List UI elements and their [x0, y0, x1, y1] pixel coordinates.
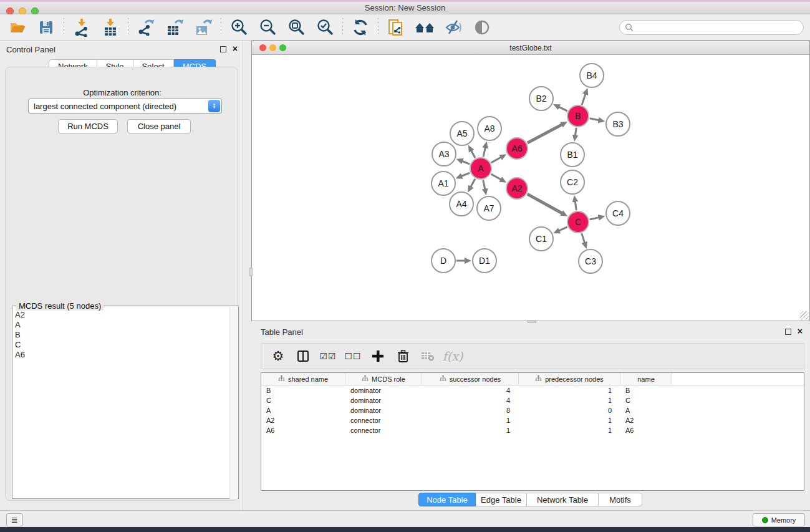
select-all-icon[interactable]: ☑☑ — [320, 348, 336, 364]
function-builder-icon[interactable]: f(x) — [445, 348, 461, 364]
graph-node-B3[interactable]: B3 — [605, 112, 630, 137]
table-row[interactable]: Cdominator41C — [261, 395, 804, 405]
column-header-MCDS-role[interactable]: MCDS role — [345, 373, 422, 385]
table-cell[interactable]: B — [620, 387, 672, 394]
graph-edge-C-C4[interactable] — [590, 218, 599, 220]
float-panel-icon[interactable] — [220, 46, 226, 52]
zoom-fit-icon[interactable] — [284, 16, 309, 39]
table-cell[interactable]: 4 — [422, 387, 519, 394]
table-row[interactable]: A6connector11A6 — [261, 425, 804, 435]
graph-edge-A-A7[interactable] — [483, 180, 485, 190]
graph-node-B[interactable]: B — [567, 105, 589, 127]
table-cell[interactable]: 1 — [519, 417, 620, 424]
table-cell[interactable]: 0 — [519, 407, 620, 414]
graph-edge-A6-B[interactable] — [528, 125, 562, 143]
maximize-view-button[interactable] — [279, 44, 286, 51]
graph-edge-C-C1[interactable] — [559, 227, 567, 231]
graph-node-A3[interactable]: A3 — [432, 142, 456, 167]
graph-node-A1[interactable]: A1 — [431, 171, 456, 196]
mcds-result-item[interactable]: A — [15, 320, 229, 330]
scrollbar-track[interactable] — [229, 307, 238, 499]
search-input[interactable] — [637, 21, 803, 34]
float-panel-icon[interactable] — [785, 329, 791, 335]
export-image-icon[interactable] — [191, 16, 216, 39]
mcds-result-item[interactable]: A6 — [15, 350, 229, 360]
graph-edge-A-A1[interactable] — [461, 173, 470, 176]
tab-edge-table[interactable]: Edge Table — [476, 493, 527, 506]
graph-edge-A-A3[interactable] — [462, 161, 470, 164]
tab-node-table[interactable]: Node Table — [418, 493, 476, 506]
open-folder-icon[interactable] — [5, 16, 30, 39]
graph-node-D1[interactable]: D1 — [472, 248, 497, 273]
close-panel-button[interactable]: Close panel — [127, 119, 191, 133]
graph-node-C2[interactable]: C2 — [560, 170, 585, 195]
graph-node-A8[interactable]: A8 — [477, 116, 502, 141]
graph-node-A7[interactable]: A7 — [476, 196, 501, 221]
graph-edge-A-A4[interactable] — [471, 179, 475, 187]
graph-edge-A-A6[interactable] — [491, 157, 501, 163]
graph-node-A4[interactable]: A4 — [449, 191, 474, 216]
network-canvas[interactable]: B4B2BB3A8A5A6A3B1AC2A1A2A4A7C4CC1C3DD1 — [252, 55, 809, 321]
table-cell[interactable]: 4 — [422, 397, 519, 404]
column-header-name[interactable]: name — [620, 373, 672, 385]
graph-node-B2[interactable]: B2 — [529, 86, 554, 111]
close-panel-icon[interactable]: × — [233, 43, 238, 54]
mcds-result-item[interactable]: A2 — [15, 310, 229, 320]
table-cell[interactable]: A2 — [620, 417, 672, 424]
table-cell[interactable]: B — [261, 387, 345, 394]
node-table[interactable]: shared nameMCDS rolesuccessor nodesprede… — [261, 372, 804, 491]
table-cell[interactable]: A6 — [620, 427, 672, 434]
graph-node-D[interactable]: D — [431, 248, 456, 273]
graph-node-A6[interactable]: A6 — [506, 137, 528, 160]
table-row[interactable]: A2connector11A2 — [261, 415, 804, 425]
graph-node-A[interactable]: A — [470, 157, 492, 180]
graph-edge-A2-C[interactable] — [528, 194, 562, 213]
graph-edge-B-B4[interactable] — [582, 94, 586, 105]
zoom-out-icon[interactable] — [255, 16, 280, 39]
graph-node-B1[interactable]: B1 — [560, 142, 585, 167]
delete-table-icon[interactable] — [420, 348, 436, 364]
run-mcds-button[interactable]: Run MCDS — [58, 119, 118, 133]
search-box[interactable] — [619, 20, 804, 35]
splitter-handle[interactable] — [249, 268, 253, 276]
memory-button[interactable]: Memory — [753, 513, 805, 526]
graph-node-C[interactable]: C — [567, 211, 589, 233]
task-history-button[interactable]: ≣ — [6, 513, 23, 526]
table-cell[interactable]: 1 — [422, 427, 519, 434]
mcds-result-item[interactable]: C — [15, 340, 229, 350]
table-cell[interactable]: 1 — [519, 387, 620, 394]
table-cell[interactable]: A6 — [261, 427, 345, 434]
column-header-predecessor-nodes[interactable]: predecessor nodes — [519, 373, 620, 385]
zoom-selected-icon[interactable] — [312, 16, 337, 39]
close-view-button[interactable] — [259, 44, 266, 51]
export-network-icon[interactable] — [133, 16, 158, 39]
close-panel-icon[interactable]: × — [798, 326, 803, 337]
graph-edge-B-B2[interactable] — [559, 107, 567, 111]
graph-node-C1[interactable]: C1 — [529, 226, 554, 251]
refresh-icon[interactable] — [348, 16, 373, 39]
table-row[interactable]: Bdominator41B — [261, 385, 804, 395]
graph-edge-C-C3[interactable] — [582, 233, 585, 243]
table-cell[interactable]: 1 — [422, 417, 519, 424]
tab-network-table[interactable]: Network Table — [527, 493, 599, 506]
graph-edge-A-A2[interactable] — [491, 174, 501, 180]
network-file-icon[interactable] — [383, 16, 408, 39]
gear-icon[interactable]: ⚙ — [270, 348, 286, 364]
table-cell[interactable]: A — [620, 407, 672, 414]
table-cell[interactable]: C — [261, 397, 345, 404]
graph-node-A5[interactable]: A5 — [450, 121, 475, 146]
table-cell[interactable]: connector — [345, 417, 422, 424]
mcds-result-list[interactable]: A2ABCA6 — [13, 310, 229, 360]
column-header-successor-nodes[interactable]: successor nodes — [422, 373, 519, 385]
column-header-shared-name[interactable]: shared name — [261, 373, 345, 385]
import-network-icon[interactable] — [69, 16, 94, 39]
import-table-icon[interactable] — [98, 16, 123, 39]
mcds-result-item[interactable]: B — [15, 330, 229, 340]
graph-edge-A-A8[interactable] — [483, 147, 485, 157]
table-cell[interactable]: connector — [345, 427, 422, 434]
table-cell[interactable]: 1 — [519, 397, 620, 404]
graph-node-C4[interactable]: C4 — [605, 201, 630, 226]
deselect-all-icon[interactable]: ☐☐ — [345, 348, 361, 364]
table-row[interactable]: Adominator80A — [261, 405, 804, 415]
table-cell[interactable]: A — [261, 407, 345, 414]
